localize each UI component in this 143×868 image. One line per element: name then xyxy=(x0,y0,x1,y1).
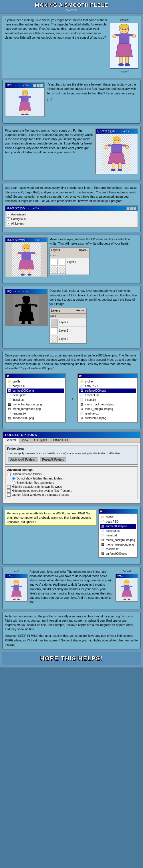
smooth-result-body xyxy=(116,578,138,601)
svg-rect-55 xyxy=(18,252,22,254)
layer2-name: Layer 2 xyxy=(59,320,68,324)
file-item-body-psd-after[interactable]: 📄 body.PSD xyxy=(79,384,136,389)
rename-window: 📁 📁 profile 📄 body.PSD xyxy=(98,509,138,558)
renamed-body[interactable]: 📄 body.PSD xyxy=(100,520,136,524)
jagged-label: Jagged xyxy=(120,70,129,73)
smooth-result-window: リワ... xyxy=(115,574,138,602)
layer1b-name: Layer 1 xyxy=(59,329,68,333)
layer1-thumb xyxy=(51,259,58,266)
step3-layout: りルフゔごどの・・・ – □ × xyxy=(5,237,138,279)
renamed-surface-png[interactable]: 🖼 surface0000.png xyxy=(100,552,136,556)
tab-file-types[interactable]: File Types xyxy=(31,438,50,442)
file-before-title: 📁 xyxy=(5,374,65,378)
tab-offline-files[interactable]: Offline Files xyxy=(50,438,71,442)
file-item-menu-bg-after[interactable]: 🖼 menu_background.png xyxy=(79,402,136,407)
dont-show-hidden-radio[interactable] xyxy=(12,477,15,480)
close-button[interactable]: × xyxy=(40,84,43,87)
file-item-surface-pna-selected[interactable]: 🖼 surface0000.pna xyxy=(79,389,136,393)
tab-general[interactable]: General xyxy=(3,438,19,443)
file-after-title-text: 📁 xyxy=(79,374,82,377)
file-item-surface2-after[interactable]: 🖼 surface0000.png xyxy=(79,416,136,421)
renamed-menu-bg[interactable]: 🖼 menu_background.png xyxy=(100,538,136,542)
hide-protected-checkbox[interactable]: ✓ xyxy=(7,489,10,493)
file-lists-layout: 📁 📁 profile 📄 body.PSD xyxy=(5,373,138,424)
file-item-menu-fg-after[interactable]: 🖼 menu_foreground.png xyxy=(79,407,136,411)
file-item-profile-after[interactable]: 📁 profile xyxy=(79,379,136,384)
file-item-body-psd[interactable]: 📄 body.PSD xyxy=(7,384,64,389)
file-item-install[interactable]: 📄 install.txt xyxy=(7,398,64,402)
tab-view[interactable]: View xyxy=(19,438,32,442)
anti-alias-label: Anti-aliased xyxy=(11,213,26,217)
svg-marker-72 xyxy=(19,312,34,321)
anti-alias-row: ✓ Anti-aliased xyxy=(7,213,136,217)
file-name-surface2: surface0000.png xyxy=(12,416,34,420)
hidden-files-checkbox[interactable] xyxy=(7,473,10,476)
wand-close-btn[interactable]: × xyxy=(133,207,136,210)
layer1b-row[interactable]: Layer 1 xyxy=(50,327,86,335)
wand-minimize-btn[interactable]: _ xyxy=(127,207,130,210)
jagged-caption: and xyxy=(5,569,28,573)
layer2-row[interactable]: Layer 2 xyxy=(50,318,86,327)
file-name-body-psd: body.PSD xyxy=(12,384,25,388)
renamed-install[interactable]: 📄 install.txt xyxy=(100,533,136,538)
renamed-profile[interactable]: 📁 profile xyxy=(100,515,136,520)
hidden-files-label: Hidden files and folders xyxy=(12,473,42,476)
music-note-icon: ♪ xyxy=(47,97,48,102)
wand-maximize-btn[interactable]: □ xyxy=(130,207,133,210)
pna-icon-selected: 🖼 xyxy=(80,389,84,393)
hidden-files-row: Hidden files and folders xyxy=(7,473,136,476)
file-name-install-after: install.txt xyxy=(85,398,96,402)
file-item-menu-bg[interactable]: 🖼 menu_background.png xyxy=(7,402,64,407)
layer0b-row[interactable]: Layer 0 xyxy=(50,335,86,343)
show-hidden-radio[interactable] xyxy=(12,481,15,485)
dont-show-hidden-label: Do not show hidden files and folders xyxy=(16,477,63,480)
launch-separate-checkbox[interactable] xyxy=(7,493,10,497)
maximize-button[interactable]: □ xyxy=(37,84,40,87)
png-icon2-after: 🖼 xyxy=(80,403,84,406)
layer0-row[interactable] xyxy=(50,266,89,275)
reset-all-button[interactable]: Reset All Folders xyxy=(40,457,67,462)
renamed-menu-fg[interactable]: 🖼 menu_foreground.png xyxy=(100,542,136,547)
smooth-result-title-text: リワ... xyxy=(117,575,123,578)
contiguous-checkbox[interactable]: ✓ xyxy=(7,217,10,221)
renamed-descript[interactable]: 📄 descript.txt xyxy=(100,529,136,533)
anti-alias-checkbox[interactable]: ✓ xyxy=(7,213,10,216)
folder-options-dialog[interactable]: FOLDER OPTIONS General View File Types O… xyxy=(2,431,141,504)
apply-to-all-button[interactable]: Apply to All Folders xyxy=(8,457,37,462)
renamed-surface-pna[interactable]: 🖼 surface0000.pna xyxy=(100,524,136,529)
file-item-descript[interactable]: 📄 descript.txt xyxy=(7,393,64,398)
renamed-pna-name: surface0000.pna xyxy=(106,524,127,528)
section1-paragraph: It's not hard to see the difference betw… xyxy=(47,83,138,96)
show-hidden-row: Show hidden files and folders xyxy=(12,481,136,485)
file-item-descript-after[interactable]: 📄 descript.txt xyxy=(79,393,136,398)
layer1-row[interactable]: Layer 1 xyxy=(50,258,89,266)
svg-rect-20 xyxy=(28,96,31,98)
surface-big-svg xyxy=(12,243,41,276)
file-item-readme-after[interactable]: 📄 readme.txt xyxy=(79,411,136,416)
svg-point-90 xyxy=(124,580,130,583)
all-layers-checkbox[interactable]: ✓ xyxy=(7,222,10,225)
file-item-surface-selected[interactable]: 🖼 surface0000.png xyxy=(7,389,64,393)
hide-extensions-checkbox[interactable]: ✓ xyxy=(7,485,10,489)
minimize-button[interactable]: _ xyxy=(33,84,36,87)
file-item-profile[interactable]: 📁 profile xyxy=(7,379,64,384)
svg-point-34 xyxy=(118,140,119,141)
normal-label-2: Normal xyxy=(76,309,85,313)
svg-rect-68 xyxy=(18,304,22,306)
file-list-after: 📁 profile 📄 body.PSD 🖼 surface0000.pna xyxy=(78,378,138,422)
svg-point-52 xyxy=(24,248,25,249)
file-item-install-after[interactable]: 📄 install.txt xyxy=(79,398,136,402)
file-item-surface2[interactable]: 🖼 surface0000.png xyxy=(7,416,64,421)
renamed-readme[interactable]: 📄 readme.txt xyxy=(100,547,136,552)
renamed-menu-bg-icon: 🖼 xyxy=(101,538,105,542)
file-item-readme[interactable]: 📄 readme.txt xyxy=(7,411,64,416)
renamed-menu-fg-icon: 🖼 xyxy=(101,543,105,547)
file-name-descript: descript.txt xyxy=(12,393,26,397)
surface-big-title-text: りルフゔごどの・・・ – □ × xyxy=(7,238,39,242)
step3-text: Make a new layer, and use the fill/bucke… xyxy=(49,237,138,246)
smooth-result-title: リワ... xyxy=(116,574,138,578)
folder-view-text: You can apply the view (such as Details … xyxy=(7,452,136,456)
file-item-menu-fg[interactable]: 🖼 menu_foreground.png xyxy=(7,407,64,411)
svg-rect-67 xyxy=(22,304,31,312)
folder-icon-after: 📁 xyxy=(80,380,84,384)
